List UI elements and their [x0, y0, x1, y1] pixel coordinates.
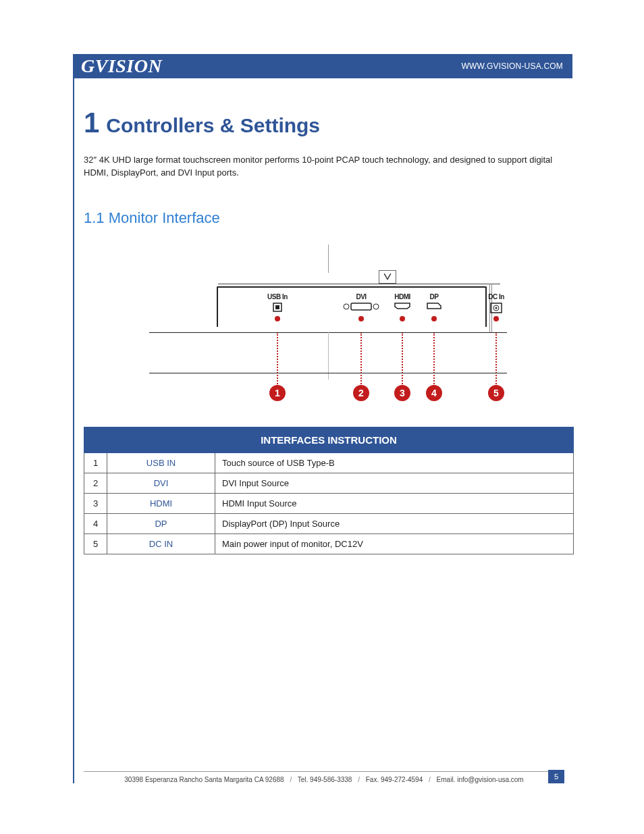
content-area: 1 Controllers & Settings 32″ 4K UHD larg…	[74, 107, 572, 554]
port-label: DVI	[341, 293, 381, 301]
port-label: DC In	[485, 293, 507, 301]
svg-point-2	[344, 304, 349, 309]
row-number: 1	[84, 452, 107, 473]
callout-number: 1	[269, 385, 286, 401]
port-indicator-led	[275, 316, 280, 321]
row-interface-name: DP	[107, 513, 215, 533]
toprule	[218, 284, 500, 284]
table-row: 2DVIDVI Input Source	[84, 473, 574, 493]
callout-line	[433, 332, 435, 386]
row-number: 5	[84, 533, 107, 554]
diagram-rule-2	[149, 373, 507, 373]
port-indicator-led	[358, 316, 364, 321]
callout-line	[402, 332, 403, 386]
centerline-top	[328, 244, 329, 273]
dvi-icon	[342, 302, 380, 311]
row-interface-name: DVI	[107, 473, 215, 493]
intro-paragraph: 32″ 4K UHD large format touchscreen moni…	[84, 154, 556, 180]
vesa-arrow-icon	[379, 270, 396, 284]
table-row: 4DPDisplayPort (DP) Input Source	[84, 513, 574, 533]
row-description: HDMI Input Source	[215, 493, 574, 513]
svg-rect-1	[275, 305, 279, 309]
port-label: USB In	[263, 293, 292, 301]
svg-point-4	[373, 304, 379, 309]
port-hdmi: HDMI	[391, 293, 414, 313]
chapter-heading: 1 Controllers & Settings	[84, 107, 572, 139]
interface-diagram: USB In DVI HDMI DP DC In 12345	[149, 244, 507, 407]
port-indicator-led	[431, 316, 437, 321]
callout-number: 5	[488, 385, 504, 401]
row-description: Main power input of monitor, DC12V	[215, 533, 574, 554]
chapter-number: 1	[84, 107, 99, 139]
brand-logo: GVISION	[81, 57, 162, 76]
table-row: 5DC INMain power input of monitor, DC12V	[84, 533, 574, 554]
table-row: 1USB INTouch source of USB Type-B	[84, 452, 574, 473]
row-description: DisplayPort (DP) Input Source	[215, 513, 574, 533]
section-title: 1.1 Monitor Interface	[84, 209, 572, 227]
row-description: DVI Input Source	[215, 473, 574, 493]
usb-b-icon	[270, 302, 285, 314]
port-indicator-led	[400, 316, 405, 321]
footer-fax: Fax. 949-272-4594	[366, 776, 423, 783]
table-title: INTERFACES INSTRUCTION	[84, 427, 574, 452]
callout-line	[495, 332, 497, 386]
row-description: Touch source of USB Type-B	[215, 452, 574, 473]
port-usb-in: USB In	[263, 293, 292, 317]
port-label: DP	[425, 293, 444, 301]
footer-address: 30398 Esperanza Rancho Santa Margarita C…	[124, 776, 284, 783]
displayport-icon	[426, 302, 442, 310]
port-label: HDMI	[391, 293, 414, 301]
footer: 30398 Esperanza Rancho Santa Margarita C…	[84, 771, 564, 783]
header-url: WWW.GVISION-USA.COM	[462, 61, 563, 71]
port-indicator-led	[493, 316, 499, 321]
port-dp: DP	[425, 293, 444, 313]
page-number: 5	[548, 770, 564, 783]
row-number: 4	[84, 513, 107, 533]
footer-email: Email. info@gvision-usa.com	[437, 776, 524, 783]
callout-line	[277, 332, 278, 386]
row-interface-name: USB IN	[107, 452, 215, 473]
row-number: 2	[84, 473, 107, 493]
port-dc-in: DC In	[485, 293, 507, 317]
callout-number: 2	[353, 385, 369, 401]
port-dvi: DVI	[341, 293, 381, 314]
callout-number: 3	[394, 385, 410, 401]
svg-rect-3	[351, 303, 371, 310]
chapter-title: Controllers & Settings	[106, 114, 320, 137]
row-interface-name: HDMI	[107, 493, 215, 513]
table-row: 3HDMIHDMI Input Source	[84, 493, 574, 513]
svg-point-7	[495, 307, 498, 309]
footer-text: 30398 Esperanza Rancho Santa Margarita C…	[124, 776, 523, 783]
callout-line	[360, 332, 362, 386]
header-bar: GVISION WWW.GVISION-USA.COM	[74, 54, 572, 78]
page: GVISION WWW.GVISION-USA.COM 1 Controller…	[73, 54, 572, 783]
row-number: 3	[84, 493, 107, 513]
footer-tel: Tel. 949-586-3338	[298, 776, 352, 783]
callout-number: 4	[426, 385, 442, 401]
dc-jack-icon	[489, 302, 503, 314]
hdmi-icon	[394, 302, 411, 310]
interfaces-table: INTERFACES INSTRUCTION 1USB INTouch sour…	[84, 427, 574, 554]
row-interface-name: DC IN	[107, 533, 215, 554]
